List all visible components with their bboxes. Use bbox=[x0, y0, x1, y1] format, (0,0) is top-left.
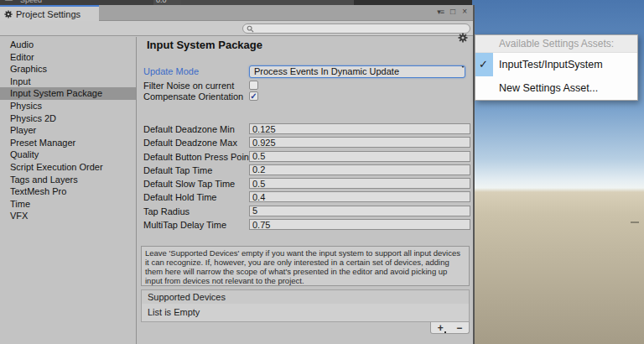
search-icon bbox=[247, 25, 254, 33]
window-menu-icon[interactable]: ▾≡ bbox=[437, 7, 444, 17]
menu-item-label: New Settings Asset... bbox=[499, 82, 598, 94]
filter-noise-label: Filter Noise on current bbox=[143, 81, 234, 91]
sidebar-item-editor[interactable]: Editor bbox=[0, 51, 136, 64]
dropdown-arrows-icon bbox=[455, 68, 461, 78]
field-row: Default Deadzone Max bbox=[143, 137, 470, 149]
project-settings-window: Project Settings ▾≡ □ × Audio Editor bbox=[0, 5, 475, 344]
sidebar-item-vfx[interactable]: VFX bbox=[0, 210, 136, 222]
default-button-press-point-label: Default Button Press Point bbox=[143, 151, 249, 163]
field-row: Default Button Press Point bbox=[143, 151, 470, 163]
default-hold-time-input[interactable] bbox=[249, 191, 470, 202]
default-slow-tap-time-input[interactable] bbox=[249, 178, 470, 189]
tap-radius-input[interactable] bbox=[249, 206, 470, 216]
settings-gear-icon bbox=[4, 10, 13, 18]
supported-devices-header[interactable]: Supported Devices bbox=[141, 289, 470, 305]
unity-editor-screen: — Speed 0.0 Project Settings ▾≡ □ × bbox=[0, 0, 644, 344]
update-mode-row: Update Mode Process Events In Dynamic Up… bbox=[143, 65, 465, 78]
menu-item-new-settings-asset[interactable]: New Settings Asset... bbox=[475, 76, 637, 100]
default-deadzone-min-input[interactable] bbox=[249, 123, 470, 134]
compensate-orientation-label: Compensate Orientation bbox=[143, 91, 243, 102]
menu-check-gutter bbox=[475, 76, 493, 100]
default-deadzone-min-label: Default Deadzone Min bbox=[143, 123, 249, 135]
list-remove-button[interactable]: − bbox=[456, 323, 462, 333]
settings-toolbar bbox=[0, 21, 473, 36]
context-menu-header: Available Settings Assets: bbox=[475, 35, 637, 53]
list-footer-buttons: + − bbox=[430, 322, 470, 334]
field-row: Tap Radius bbox=[143, 206, 470, 217]
field-row: Default Hold Time bbox=[143, 191, 470, 203]
update-mode-dropdown[interactable]: Process Events In Dynamic Update bbox=[249, 65, 465, 78]
settings-sidebar: Audio Editor Graphics Input Input System… bbox=[0, 37, 137, 344]
window-controls: ▾≡ □ × bbox=[437, 7, 467, 17]
multitap-delay-time-label: MultiTap Delay Time bbox=[143, 219, 249, 231]
window-tab-bar: Project Settings ▾≡ □ × bbox=[0, 5, 473, 21]
input-system-package-panel: Input System Package Update Mode Process… bbox=[137, 37, 473, 344]
sidebar-item-input[interactable]: Input bbox=[0, 76, 136, 88]
menu-item-label: InputTest/InputSystem bbox=[499, 59, 603, 70]
sidebar-item-physics[interactable]: Physics bbox=[0, 100, 136, 112]
panel-gear-menu-button[interactable] bbox=[458, 33, 468, 43]
sidebar-item-script-execution-order[interactable]: Script Execution Order bbox=[0, 161, 136, 174]
sidebar-item-input-system-package[interactable]: Input System Package bbox=[0, 87, 136, 100]
supported-devices-help-box: Leave 'Supported Devices' empty if you w… bbox=[141, 246, 470, 286]
field-row: Default Tap Time bbox=[143, 164, 470, 176]
sidebar-item-player[interactable]: Player bbox=[0, 124, 136, 137]
update-mode-label: Update Mode bbox=[143, 66, 199, 76]
list-add-button[interactable]: + bbox=[438, 323, 444, 333]
window-maximize-icon[interactable]: □ bbox=[450, 7, 455, 17]
sidebar-item-quality[interactable]: Quality bbox=[0, 149, 136, 161]
foldout-dash-icon: — bbox=[5, 0, 13, 4]
default-button-press-point-input[interactable] bbox=[249, 151, 470, 162]
supported-devices-empty-row: List is Empty bbox=[141, 304, 470, 322]
field-row: Default Deadzone Min bbox=[143, 123, 470, 135]
default-slow-tap-time-label: Default Slow Tap Time bbox=[143, 178, 249, 190]
sidebar-item-preset-manager[interactable]: Preset Manager bbox=[0, 137, 136, 149]
search-input[interactable] bbox=[254, 24, 466, 33]
default-deadzone-max-label: Default Deadzone Max bbox=[143, 137, 249, 149]
tap-radius-label: Tap Radius bbox=[143, 206, 249, 217]
search-box[interactable] bbox=[242, 23, 470, 34]
tab-title: Project Settings bbox=[16, 9, 80, 19]
tab-project-settings[interactable]: Project Settings bbox=[0, 5, 99, 21]
checkmark-icon: ✓ bbox=[479, 58, 488, 70]
sidebar-item-graphics[interactable]: Graphics bbox=[0, 63, 136, 76]
update-mode-value: Process Events In Dynamic Update bbox=[254, 66, 399, 76]
sidebar-item-time[interactable]: Time bbox=[0, 198, 136, 211]
background-speed-label: Speed bbox=[20, 0, 42, 4]
window-close-icon[interactable]: × bbox=[462, 7, 467, 17]
settings-assets-context-menu: Available Settings Assets: ✓ InputTest/I… bbox=[475, 34, 638, 101]
sidebar-item-tags-and-layers[interactable]: Tags and Layers bbox=[0, 174, 136, 186]
field-row: Default Slow Tap Time bbox=[143, 178, 470, 190]
filter-noise-checkbox[interactable] bbox=[249, 81, 258, 90]
default-tap-time-label: Default Tap Time bbox=[143, 164, 249, 176]
field-row: MultiTap Delay Time bbox=[143, 219, 470, 231]
window-body: Audio Editor Graphics Input Input System… bbox=[0, 37, 473, 344]
scene-gizmo-dash bbox=[631, 222, 639, 223]
compensate-orientation-row: Compensate Orientation ✓ bbox=[143, 91, 243, 102]
filter-noise-row: Filter Noise on current bbox=[143, 81, 234, 91]
multitap-delay-time-input[interactable] bbox=[249, 219, 470, 230]
page-title: Input System Package bbox=[147, 39, 262, 51]
default-hold-time-label: Default Hold Time bbox=[143, 191, 249, 203]
sidebar-item-physics-2d[interactable]: Physics 2D bbox=[0, 112, 136, 125]
sidebar-item-textmesh-pro[interactable]: TextMesh Pro bbox=[0, 185, 136, 198]
compensate-orientation-checkbox[interactable]: ✓ bbox=[249, 91, 258, 101]
menu-item-inputtest-inputsystem[interactable]: ✓ InputTest/InputSystem bbox=[475, 53, 637, 76]
default-tap-time-input[interactable] bbox=[249, 164, 470, 175]
sidebar-item-audio[interactable]: Audio bbox=[0, 39, 136, 51]
numeric-fields-group: Default Deadzone Min Default Deadzone Ma… bbox=[143, 123, 470, 232]
default-deadzone-max-input[interactable] bbox=[249, 137, 470, 148]
